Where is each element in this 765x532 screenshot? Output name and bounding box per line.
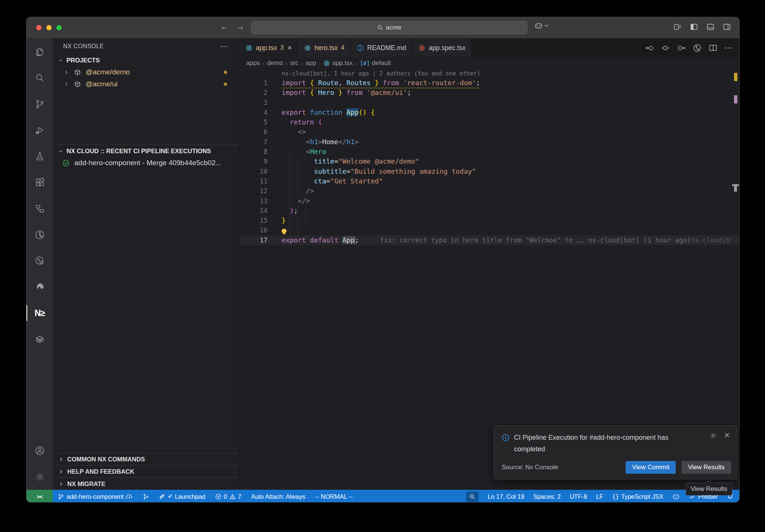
- tab-hero-tsx[interactable]: hero.tsx4: [298, 38, 351, 57]
- breadcrumb-item-app[interactable]: app: [306, 59, 316, 67]
- zoom-out-item[interactable]: [466, 492, 478, 502]
- nav-dot-icon[interactable]: [661, 44, 670, 52]
- status-label: add-hero-component: [66, 493, 124, 500]
- git-graph-item[interactable]: [143, 494, 149, 500]
- code-line[interactable]: 9 title="Welcome @acme/demo": [239, 157, 739, 166]
- tab-app-tsx[interactable]: app.tsx3×: [239, 38, 298, 57]
- toggle-primary-sidebar-icon[interactable]: [690, 23, 698, 31]
- activity-item-testing[interactable]: [27, 143, 53, 169]
- status-bar: >< add-hero-componentLaunchpad07Auto Att…: [27, 490, 739, 502]
- minimize-window-button[interactable]: [46, 25, 52, 30]
- copilot-item[interactable]: [672, 494, 680, 500]
- view-commit-button[interactable]: View Commit: [626, 461, 676, 474]
- activity-item-search[interactable]: [27, 65, 53, 91]
- tab-README-md[interactable]: README.md: [351, 38, 412, 57]
- code-line[interactable]: 14 );: [239, 206, 739, 216]
- nav-forward-icon[interactable]: [677, 44, 685, 52]
- indentation-item[interactable]: Spaces: 2: [533, 493, 561, 500]
- activity-item-settings[interactable]: [27, 464, 53, 490]
- close-icon[interactable]: [724, 432, 730, 455]
- notification-message: CI Pipeline Execution for #add-hero-comp…: [514, 432, 686, 455]
- gear-icon[interactable]: [709, 432, 717, 455]
- section-label: NX MIGRATE: [67, 480, 105, 488]
- toggle-panel-icon[interactable]: [706, 23, 715, 31]
- chevron-right-icon[interactable]: [63, 69, 69, 75]
- breadcrumb-item-app-tsx[interactable]: app.tsx: [323, 59, 353, 67]
- code-line[interactable]: 1import { Route, Routes } from 'react-ro…: [239, 78, 739, 88]
- activity-item-run-debug[interactable]: [27, 117, 53, 143]
- editor-tabs: app.tsx3×hero.tsx4README.mdapp.spec.tsx⋯: [239, 38, 739, 57]
- code-line[interactable]: 12 />: [239, 186, 739, 196]
- section-header-common-nx-commands[interactable]: COMMON NX COMMANDS: [53, 453, 239, 465]
- code-line[interactable]: 7 <h1>Home</h1>: [239, 137, 739, 147]
- lightbulb-icon[interactable]: [282, 229, 287, 233]
- code-editor[interactable]: nx-cloud[bot], 1 hour ago | 2 authors (Y…: [239, 69, 739, 245]
- encoding-item[interactable]: UTF-8: [570, 493, 587, 500]
- explorer-icon: [35, 47, 45, 57]
- toggle-secondary-sidebar-icon[interactable]: [723, 23, 731, 31]
- code-line[interactable]: 16: [239, 225, 739, 235]
- activity-item-containers[interactable]: [27, 326, 53, 352]
- package-icon: [74, 81, 81, 88]
- pipeline-execution-item[interactable]: add-hero-component - Merge 409b44e5cb02.…: [53, 157, 239, 169]
- remote-indicator[interactable]: ><: [27, 490, 53, 502]
- activity-item-nx-console[interactable]: N≥: [27, 300, 53, 326]
- sidebar-more-actions-icon[interactable]: ⋯: [220, 42, 229, 51]
- project-tree-item[interactable]: @acme/ui: [53, 78, 239, 90]
- code-line[interactable]: 10 subtitle="Build something amazing tod…: [239, 167, 739, 176]
- vim-mode-item[interactable]: -- NORMAL --: [315, 493, 353, 500]
- view-results-button[interactable]: View Results: [682, 461, 731, 474]
- problems-item[interactable]: 07: [215, 493, 241, 500]
- activity-item-project-graph[interactable]: [27, 195, 53, 222]
- git-run-icon[interactable]: [693, 43, 702, 53]
- code-line[interactable]: 8 <Hero: [239, 147, 739, 157]
- cursor-position-item[interactable]: Ln 17, Col 19: [487, 493, 524, 500]
- section-header-help-and-feedback[interactable]: HELP AND FEEDBACK: [53, 465, 239, 477]
- code-line[interactable]: 11 cta="Get Started": [239, 176, 739, 186]
- customize-layout-icon[interactable]: [673, 23, 682, 31]
- code-line[interactable]: 15}: [239, 216, 739, 225]
- close-icon[interactable]: ×: [288, 44, 292, 52]
- split-editor-icon[interactable]: [709, 44, 717, 52]
- history-forward-icon[interactable]: →: [236, 22, 244, 31]
- tab-app-spec-tsx[interactable]: app.spec.tsx: [412, 38, 472, 57]
- copilot-menu[interactable]: [535, 22, 548, 29]
- activity-item-account[interactable]: [27, 437, 53, 464]
- code-line[interactable]: 2import { Hero } from '@acme/ui';: [239, 88, 739, 98]
- project-tree-item[interactable]: @acme/demo: [53, 66, 239, 78]
- code-line[interactable]: 17export default App;fix: correct typo i…: [239, 235, 739, 245]
- breadcrumb-item-default[interactable]: [ø]default: [360, 59, 391, 67]
- nav-back-icon[interactable]: [645, 44, 654, 52]
- auto-attach-item[interactable]: Auto Attach: Always: [251, 493, 305, 500]
- git-blame-header: nx-cloud[bot], 1 hour ago | 2 authors (Y…: [239, 69, 739, 78]
- code-line[interactable]: 3: [239, 98, 739, 108]
- activity-item-git-graph-circle[interactable]: [27, 222, 53, 248]
- activity-item-gitlens-inspect[interactable]: [27, 248, 53, 274]
- code-line[interactable]: 6 <>: [239, 127, 739, 137]
- git-branch-item[interactable]: add-hero-component: [58, 493, 133, 500]
- activity-item-source-control[interactable]: [27, 91, 53, 117]
- code-line[interactable]: 5 return (: [239, 117, 739, 127]
- chevron-right-icon[interactable]: [63, 81, 69, 87]
- eol-item[interactable]: LF: [596, 493, 603, 500]
- projects-section-header[interactable]: PROJECTS: [53, 54, 239, 66]
- code-line[interactable]: 4export function App() {: [239, 108, 739, 117]
- tab-problem-badge: 4: [341, 44, 344, 51]
- section-header-nx-migrate[interactable]: NX MIGRATE: [53, 477, 239, 490]
- zoom-window-button[interactable]: [56, 25, 62, 30]
- activity-item-edge-browser[interactable]: [27, 274, 53, 300]
- breadcrumb-item-demo[interactable]: demo: [267, 59, 283, 67]
- activity-item-explorer[interactable]: [27, 38, 53, 65]
- history-back-icon[interactable]: ←: [220, 22, 228, 31]
- activity-item-extensions[interactable]: [27, 169, 53, 195]
- command-center-search[interactable]: acme: [251, 21, 527, 34]
- launchpad-item[interactable]: Launchpad: [159, 493, 205, 500]
- more-actions-icon[interactable]: ⋯: [724, 43, 733, 53]
- nx-cloud-section-header[interactable]: NX CLOUD :: RECENT CI PIPELINE EXECUTION…: [53, 145, 239, 157]
- breadcrumb-item-apps[interactable]: apps: [246, 59, 260, 67]
- close-window-button[interactable]: [36, 25, 41, 30]
- language-mode-item[interactable]: {}TypeScript JSX: [612, 493, 663, 500]
- git-graph-icon: [143, 494, 149, 500]
- code-line[interactable]: 13 </>: [239, 196, 739, 206]
- breadcrumb-item-src[interactable]: src: [290, 59, 298, 67]
